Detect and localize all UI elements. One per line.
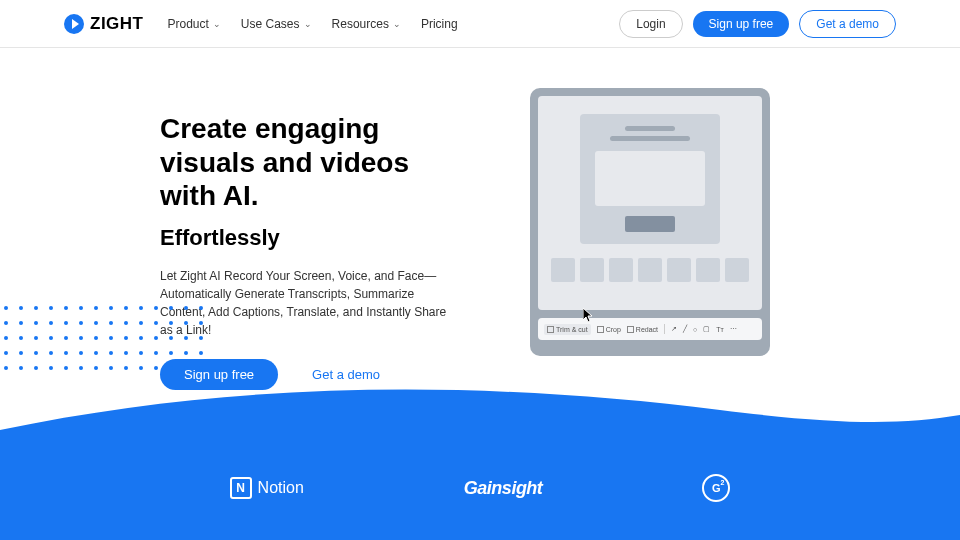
- thumbnail: [667, 258, 691, 282]
- partner-g2: G2: [702, 474, 730, 502]
- toolbar-separator: [664, 324, 665, 334]
- redact-icon: [627, 326, 634, 333]
- mock-line: [610, 136, 690, 141]
- cursor-icon: [583, 308, 595, 324]
- main-nav: Product⌄ Use Cases⌄ Resources⌄ Pricing: [168, 17, 458, 31]
- thumbnail: [551, 258, 575, 282]
- chevron-down-icon: ⌄: [213, 19, 221, 29]
- crop-icon: [597, 326, 604, 333]
- thumbnail: [696, 258, 720, 282]
- chevron-down-icon: ⌄: [304, 19, 312, 29]
- partner-gainsight: Gainsight: [464, 478, 543, 499]
- mock-line: [625, 126, 675, 131]
- gainsight-label: Gainsight: [464, 478, 543, 499]
- nav-resources[interactable]: Resources⌄: [332, 17, 401, 31]
- demo-preview: Trim & cut Crop Redact ↗ ╱ ○ ▢ Tт ⋯: [530, 88, 770, 356]
- arrow-tool-icon[interactable]: ↗: [671, 325, 677, 333]
- thumbnail: [580, 258, 604, 282]
- signup-button[interactable]: Sign up free: [693, 11, 790, 37]
- nav-pricing[interactable]: Pricing: [421, 17, 458, 31]
- notion-icon: N: [230, 477, 252, 499]
- wave-background: [0, 370, 960, 540]
- demo-canvas: [538, 96, 762, 310]
- get-demo-button[interactable]: Get a demo: [799, 10, 896, 38]
- nav-product[interactable]: Product⌄: [168, 17, 221, 31]
- logo-text: ZIGHT: [90, 14, 144, 34]
- partner-logos: N Notion Gainsight G2: [0, 474, 960, 502]
- more-tool-icon[interactable]: ⋯: [730, 325, 737, 333]
- decorative-dots: document.write('<div class="dot"></div>'…: [4, 306, 209, 376]
- toolbar-redact[interactable]: Redact: [627, 326, 658, 333]
- main-header: ZIGHT Product⌄ Use Cases⌄ Resources⌄ Pri…: [0, 0, 960, 48]
- thumbnail-row: [551, 258, 749, 282]
- thumbnail: [638, 258, 662, 282]
- header-actions: Login Sign up free Get a demo: [619, 10, 896, 38]
- rect-tool-icon[interactable]: ▢: [703, 325, 710, 333]
- thumbnail: [609, 258, 633, 282]
- g2-icon: G2: [702, 474, 730, 502]
- toolbar-trim[interactable]: Trim & cut: [544, 324, 591, 335]
- line-tool-icon[interactable]: ╱: [683, 325, 687, 333]
- partner-notion: N Notion: [230, 477, 304, 499]
- logo[interactable]: ZIGHT: [64, 14, 144, 34]
- thumbnail: [725, 258, 749, 282]
- circle-tool-icon[interactable]: ○: [693, 326, 697, 333]
- editor-toolbar: Trim & cut Crop Redact ↗ ╱ ○ ▢ Tт ⋯: [538, 318, 762, 340]
- hero-title: Create engaging visuals and videos with …: [160, 112, 470, 213]
- logo-icon: [64, 14, 84, 34]
- notion-label: Notion: [258, 479, 304, 497]
- chevron-down-icon: ⌄: [393, 19, 401, 29]
- partners-section: N Notion Gainsight G2: [0, 370, 960, 540]
- nav-use-cases[interactable]: Use Cases⌄: [241, 17, 312, 31]
- trim-icon: [547, 326, 554, 333]
- login-button[interactable]: Login: [619, 10, 682, 38]
- mock-content: [595, 151, 705, 206]
- text-tool-icon[interactable]: Tт: [716, 326, 723, 333]
- hero-subtitle: Effortlessly: [160, 225, 470, 251]
- mock-button: [625, 216, 675, 232]
- mock-browser: [580, 114, 720, 244]
- toolbar-crop[interactable]: Crop: [597, 326, 621, 333]
